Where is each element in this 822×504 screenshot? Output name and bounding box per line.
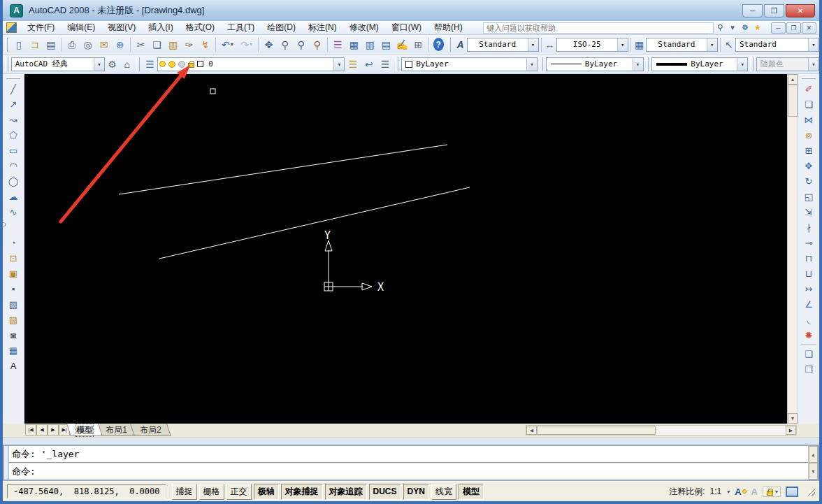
break-icon[interactable]: ⊔ [800, 266, 817, 281]
command-scroll-up-icon[interactable]: ▲ [809, 446, 818, 463]
toolbar-grip[interactable] [6, 77, 20, 79]
annotation-autoadd-icon[interactable]: A [751, 487, 758, 497]
toolbar-grip[interactable] [646, 57, 649, 71]
move-icon[interactable]: ✥ [800, 158, 817, 173]
redo-button[interactable]: ↷ ▾ [237, 36, 256, 52]
canvas-svg[interactable]: Y X [24, 74, 787, 424]
designcenter-icon[interactable]: ▦ [346, 36, 362, 52]
rotate-icon[interactable]: ↻ [800, 173, 817, 189]
horizontal-scrollbar[interactable]: ◀ ▶ [526, 425, 797, 435]
layer-color-swatch[interactable] [197, 61, 203, 67]
dropdown-arrow-icon[interactable] [707, 38, 717, 51]
layout2-tab[interactable]: 布局2 [130, 424, 171, 436]
point-icon[interactable]: ▪ [5, 281, 22, 296]
color-combo[interactable]: ByLayer [401, 57, 538, 71]
maximize-button[interactable]: ❐ [764, 4, 784, 17]
mirror-icon[interactable]: ⋈ [800, 112, 817, 127]
menu-draw[interactable]: 绘图(D) [261, 20, 302, 35]
polygon-icon[interactable]: ⬠ [5, 127, 22, 143]
text-style-icon[interactable]: A [454, 36, 466, 52]
scroll-down-icon[interactable]: ▼ [788, 413, 798, 424]
title-bar[interactable]: A AutoCAD 2008 - 未注册版 - [Drawing4.dwg] ─… [3, 0, 819, 21]
drawn-line-2[interactable] [159, 187, 470, 259]
horizontal-scroll-track[interactable] [656, 426, 786, 435]
toolbar-grip[interactable] [802, 77, 816, 79]
table-icon[interactable]: ▦ [5, 343, 22, 358]
markup-set-manager-icon[interactable]: ✍ [394, 36, 410, 52]
otrack-toggle[interactable]: 对象追踪 [325, 484, 367, 500]
make-block-icon[interactable]: ▣ [5, 266, 22, 281]
fillet-icon[interactable]: ◟ [800, 312, 817, 327]
dropdown-arrow-icon[interactable] [94, 58, 104, 71]
communication-center-icon[interactable]: ☸ [739, 22, 751, 34]
command-window-grip[interactable] [4, 446, 9, 480]
cut-icon[interactable]: ✂ [133, 36, 149, 52]
scroll-left-icon[interactable]: ◀ [526, 426, 537, 435]
my-workspace-icon[interactable]: ⌂ [120, 56, 134, 72]
gradient-icon[interactable]: ▧ [5, 312, 22, 327]
polar-toggle[interactable]: 极轴 [254, 484, 279, 500]
new-icon[interactable]: ▯ [10, 36, 27, 52]
undo-button[interactable]: ↶ ▾ [218, 36, 237, 52]
coordinates-readout[interactable]: -487.5640, 818.8125, 0.0000 [7, 484, 166, 498]
layer-freeze-icon[interactable] [168, 61, 175, 68]
drawn-line-1[interactable] [119, 145, 447, 194]
copy-object-icon[interactable]: ❏ [800, 96, 817, 112]
spline-icon[interactable]: ∿ [5, 204, 22, 219]
pan-icon[interactable]: ✥ [261, 36, 277, 52]
dropdown-arrow-icon[interactable] [737, 58, 747, 71]
zoom-window-icon[interactable]: ⚲ [293, 36, 309, 52]
menu-help[interactable]: 帮助(H) [428, 20, 469, 35]
help-search-input[interactable] [483, 22, 714, 34]
circle-icon[interactable]: ◯ [5, 173, 22, 189]
minimize-button[interactable]: ─ [742, 4, 763, 17]
table-style-combo[interactable]: Standard [646, 38, 718, 52]
doc-close-button[interactable]: ✕ [802, 22, 816, 34]
draworder-front-icon[interactable]: ❑ [800, 346, 817, 361]
hatch-icon[interactable]: ▨ [5, 296, 22, 312]
menu-edit[interactable]: 编辑(E) [61, 20, 101, 35]
toolbar-lock-button[interactable]: ▾ [763, 487, 781, 497]
copy-icon[interactable]: ❏ [149, 36, 165, 52]
toolbar-grip[interactable] [395, 57, 398, 71]
open-icon[interactable]: ⊐ [27, 36, 43, 52]
trim-icon[interactable]: ∤ [800, 219, 817, 235]
erase-icon[interactable]: ✐ [800, 81, 817, 96]
insert-block-icon[interactable]: ⊡ [5, 250, 22, 266]
extend-icon[interactable]: ⊸ [800, 235, 817, 250]
mleader-style-icon[interactable]: ↖ [723, 36, 735, 52]
array-icon[interactable]: ⊞ [800, 143, 817, 158]
snap-toggle[interactable]: 捕捉 [172, 484, 197, 500]
toolbar-grip[interactable] [540, 57, 543, 71]
workspace-combo[interactable]: AutoCAD 经典 [11, 57, 105, 71]
arc-icon[interactable]: ◠ [5, 158, 22, 173]
save-icon[interactable]: ▤ [43, 36, 59, 52]
vertical-scroll-thumb[interactable] [788, 85, 798, 117]
region-icon[interactable]: ◙ [5, 327, 22, 343]
lineweight-toggle[interactable]: 线宽 [431, 484, 456, 500]
construction-line-icon[interactable]: ↗ [5, 96, 22, 112]
ortho-toggle[interactable]: 正交 [226, 484, 252, 500]
dropdown-arrow-icon[interactable] [528, 38, 538, 51]
toolbar-grip[interactable] [5, 57, 8, 71]
doc-restore-button[interactable]: ❐ [786, 22, 801, 34]
favorites-star-icon[interactable]: ★ [751, 22, 764, 34]
dropdown-arrow-icon[interactable] [808, 38, 819, 51]
match-properties-icon[interactable]: ✑ [181, 36, 197, 52]
zoom-realtime-icon[interactable]: ⚲ [277, 36, 293, 52]
polyline-icon[interactable]: ↝ [5, 112, 22, 127]
model-tab[interactable]: 模型 [66, 424, 103, 436]
dropdown-arrow-icon[interactable] [633, 58, 643, 71]
layer-lock-icon[interactable] [188, 63, 194, 68]
sheet-set-manager-icon[interactable]: ▤ [378, 36, 394, 52]
menu-format[interactable]: 格式(O) [180, 20, 221, 35]
command-splitter[interactable] [3, 438, 819, 445]
annotation-scale-value[interactable]: 1:1 [710, 487, 722, 496]
doc-minimize-button[interactable]: ─ [771, 22, 786, 34]
clean-screen-button[interactable] [786, 487, 798, 497]
explode-icon[interactable]: ✺ [800, 327, 817, 343]
dropdown-arrow-icon[interactable] [333, 58, 344, 71]
plot-preview-icon[interactable]: ◎ [80, 36, 96, 52]
quickcalc-icon[interactable]: ⊞ [410, 36, 426, 52]
menu-modify[interactable]: 修改(M) [343, 20, 385, 35]
